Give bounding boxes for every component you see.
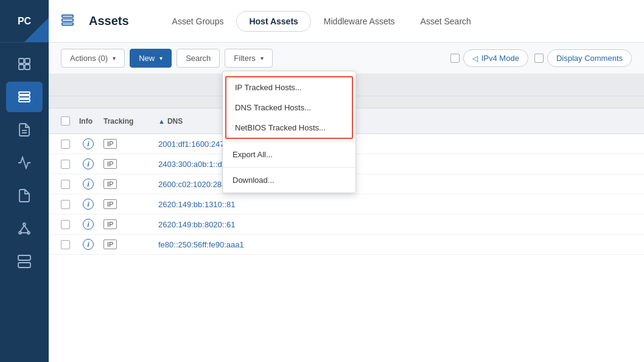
svg-rect-5: [19, 96, 30, 98]
actions-label: Actions (0): [70, 54, 108, 63]
activity-icon: [17, 155, 32, 170]
main-content: Assets Asset Groups Host Assets Middlewa…: [49, 0, 644, 362]
dns-value-6[interactable]: fe80::250:56ff:fe90:aaa1: [158, 240, 632, 249]
ipv4-label: IPv4 Mode: [481, 54, 519, 63]
display-comments-label: Display Comments: [556, 54, 623, 63]
sidebar-logo: PC: [0, 0, 49, 43]
tracking-badge-1: IP: [103, 139, 152, 149]
svg-rect-21: [62, 23, 73, 26]
dropdown-divider: [223, 141, 355, 142]
dns-value-5[interactable]: 2620:149:bb:8020::61: [158, 220, 632, 229]
ipv4-checkbox-area: ◁ IPv4 Mode: [450, 49, 528, 67]
tracking-badge-3: IP: [103, 179, 152, 189]
tracking-badge-4: IP: [103, 199, 152, 209]
dropdown-divider-2: [223, 167, 355, 168]
dashboard-icon: [17, 57, 32, 71]
nav-tabs: Asset Groups Host Assets Middleware Asse…: [159, 11, 484, 32]
document-icon: [17, 188, 32, 203]
filters-label: Filters: [234, 54, 255, 63]
svg-rect-2: [19, 65, 24, 69]
assets-header-icon: [61, 13, 74, 29]
top-header: Assets Asset Groups Host Assets Middlewa…: [49, 0, 644, 43]
sidebar-nav: [0, 43, 49, 283]
sidebar-item-network[interactable]: [6, 213, 43, 244]
row-checkbox-1: [61, 140, 73, 149]
info-btn-1[interactable]: i: [79, 138, 97, 149]
assets-icon: [17, 90, 32, 104]
table-row: i IP 2620:149:bb:1310::81: [49, 194, 644, 215]
row-checkbox-3: [61, 180, 73, 189]
display-comments-checkbox[interactable]: [534, 54, 544, 63]
info-btn-6[interactable]: i: [79, 239, 97, 250]
info-btn-4[interactable]: i: [79, 199, 97, 210]
actions-chevron-icon: ▾: [113, 55, 116, 62]
info-btn-5[interactable]: i: [79, 219, 97, 230]
actions-button[interactable]: Actions (0) ▾: [61, 49, 125, 68]
svg-rect-1: [25, 59, 30, 63]
search-label: Search: [186, 54, 211, 63]
new-button[interactable]: New ▾: [130, 49, 172, 68]
network-icon: [17, 221, 32, 236]
export-all-item[interactable]: Export All...: [223, 144, 355, 165]
ipv4-checkbox[interactable]: [450, 54, 460, 63]
row-checkbox-5: [61, 220, 73, 229]
tab-asset-groups[interactable]: Asset Groups: [159, 11, 237, 32]
tab-asset-search[interactable]: Asset Search: [408, 11, 484, 32]
dns-tracked-hosts-item[interactable]: DNS Tracked Hosts...: [226, 98, 352, 118]
sidebar-item-server[interactable]: [6, 246, 43, 277]
dns-label: DNS: [167, 117, 183, 126]
svg-rect-6: [19, 99, 30, 102]
tracking-badge-6: IP: [103, 240, 152, 249]
sidebar: PC: [0, 0, 49, 362]
logo-text: PC: [18, 16, 31, 27]
new-dropdown-menu: IP Tracked Hosts... DNS Tracked Hosts...…: [222, 71, 356, 193]
row-checkbox-2: [61, 160, 73, 169]
search-button[interactable]: Search: [177, 49, 220, 68]
new-chevron-icon: ▾: [159, 55, 163, 62]
svg-line-13: [24, 225, 29, 232]
reports-icon: [17, 122, 32, 137]
download-item[interactable]: Download...: [223, 170, 355, 190]
table-row: i IP fe80::250:56ff:fe90:aaa1: [49, 235, 644, 255]
sidebar-item-dashboard[interactable]: [6, 49, 43, 79]
netbios-tracked-hosts-item[interactable]: NetBIOS Tracked Hosts...: [226, 118, 352, 138]
dns-value-4[interactable]: 2620:149:bb:1310::81: [158, 200, 632, 209]
toolbar-right: ◁ IPv4 Mode Display Comments: [450, 49, 632, 67]
new-label: New: [139, 54, 155, 63]
display-comments-area: Display Comments: [534, 49, 632, 67]
row-checkbox-6: [61, 240, 73, 249]
svg-rect-20: [62, 19, 73, 21]
svg-rect-0: [19, 59, 24, 63]
svg-rect-3: [25, 65, 30, 69]
toolbar: Actions (0) ▾ New ▾ Search Filters ▾ ◁ I: [49, 43, 644, 74]
svg-point-9: [23, 223, 26, 225]
ipv4-left-arrow: ◁: [472, 54, 478, 63]
page-title: Assets: [89, 14, 129, 28]
tab-middleware-assets[interactable]: Middleware Assets: [311, 11, 408, 32]
info-btn-3[interactable]: i: [79, 179, 97, 190]
tab-host-assets[interactable]: Host Assets: [236, 11, 310, 32]
svg-rect-4: [19, 92, 30, 94]
filters-button[interactable]: Filters ▾: [225, 49, 272, 68]
info-btn-2[interactable]: i: [79, 158, 97, 169]
header-checkbox[interactable]: [61, 116, 70, 126]
tracked-hosts-group: IP Tracked Hosts... DNS Tracked Hosts...…: [225, 76, 353, 139]
tracking-badge-5: IP: [103, 219, 152, 229]
row-checkbox-4: [61, 200, 73, 209]
ip-tracked-hosts-item[interactable]: IP Tracked Hosts...: [226, 77, 352, 98]
tracking-badge-2: IP: [103, 159, 152, 169]
sort-arrow-icon: ▲: [158, 118, 165, 125]
display-comments-button[interactable]: Display Comments: [547, 49, 632, 67]
ipv4-mode-button[interactable]: ◁ IPv4 Mode: [463, 49, 528, 67]
svg-line-12: [20, 225, 24, 232]
server-icon: [17, 254, 32, 269]
tracking-column-header: Tracking: [103, 117, 152, 126]
sidebar-item-document[interactable]: [6, 180, 43, 211]
sidebar-item-reports[interactable]: [6, 115, 43, 145]
svg-rect-19: [62, 15, 73, 18]
svg-rect-15: [18, 255, 30, 260]
sidebar-item-assets[interactable]: [6, 82, 43, 112]
sidebar-item-activity[interactable]: [6, 147, 43, 178]
info-column-header: Info: [79, 117, 97, 126]
svg-rect-16: [18, 263, 30, 268]
